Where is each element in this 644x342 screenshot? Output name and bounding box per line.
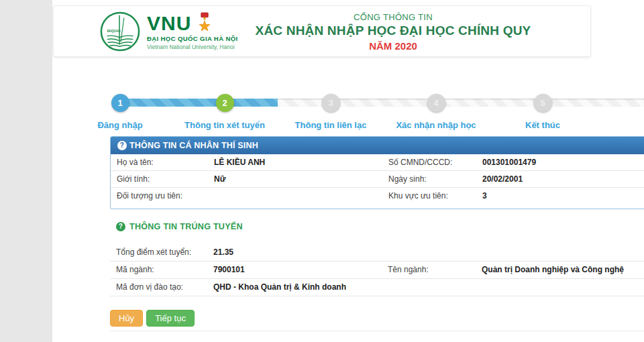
field-value: 20/02/2001 — [482, 174, 644, 184]
step-4-label: Xác nhận nhập học — [396, 120, 476, 130]
field-value: LÊ KIỀU ANH — [214, 158, 388, 167]
field-label — [388, 247, 482, 257]
personal-info-panel-header: ? THÔNG TIN CÁ NHÂN THÍ SINH — [111, 137, 644, 154]
personal-info-title: THÔNG TIN CÁ NHÂN THÍ SINH — [129, 141, 258, 150]
field-value: Quản trị Doanh nghiệp và Công nghệ — [482, 265, 639, 274]
admission-info-title: THÔNG TIN TRÚNG TUYỂN — [129, 222, 243, 231]
field-value: Nữ — [214, 174, 388, 184]
personal-info-panel: ? THÔNG TIN CÁ NHÂN THÍ SINH Họ và tên: … — [110, 136, 644, 209]
field-value: 001301001479 — [482, 158, 644, 167]
vnu-seal-icon: ĐHQGHN — [99, 11, 141, 52]
step-1-circle: 1 — [111, 94, 129, 112]
field-value: QHD - Khoa Quản trị & Kinh doanh — [213, 282, 351, 292]
table-row: Tổng điểm xét tuyển: 21.35 — [110, 244, 644, 262]
question-circle-icon: ? — [117, 141, 127, 150]
header-banner: ĐHQGHN VNU ĐẠI HỌC QUỐC GIA HÀ NỘI Vietn… — [53, 5, 591, 57]
field-label: Tổng điểm xét tuyển: — [116, 247, 213, 257]
progress-bar — [119, 99, 644, 107]
table-row: Đối tượng ưu tiên: Khu vực ưu tiên: 3 — [111, 187, 644, 204]
field-label — [388, 282, 482, 292]
field-label: Ngày sinh: — [388, 174, 482, 184]
admission-info-table: Tổng điểm xét tuyển: 21.35 Mã ngành: 790… — [110, 244, 644, 296]
field-value: 7900101 — [213, 265, 388, 274]
page-title: XÁC NHẬN NHẬP HỌC ĐẠI HỌC CHÍNH QUY — [255, 23, 531, 38]
field-value — [482, 282, 644, 292]
vnu-wordmark: VNU — [147, 13, 191, 34]
org-name-vi: ĐẠI HỌC QUỐC GIA HÀ NỘI — [147, 35, 238, 42]
seal-text: ĐHQGHN — [107, 30, 121, 33]
field-label: Tên ngành: — [388, 265, 482, 274]
cancel-button[interactable]: Hủy — [110, 310, 143, 327]
step-5-label: Kết thúc — [525, 120, 560, 130]
field-value: 3 — [482, 191, 644, 201]
step-3-circle: 3 — [322, 94, 340, 112]
admission-info-header: ? THÔNG TIN TRÚNG TUYỂN — [116, 222, 243, 231]
table-row: Giới tính: Nữ Ngày sinh: 20/02/2001 — [111, 170, 644, 187]
field-label: Khu vực ưu tiên: — [388, 191, 482, 201]
table-row: Họ và tên: LÊ KIỀU ANH Số CMND/CCCD: 001… — [111, 154, 644, 170]
field-label: Đối tượng ưu tiên: — [117, 191, 214, 201]
field-label: Họ và tên: — [117, 158, 214, 167]
portal-subtitle: CỔNG THÔNG TIN — [255, 12, 531, 22]
progress-bar-fill — [119, 99, 278, 107]
medal-star-icon — [197, 12, 213, 34]
step-5-circle: 5 — [534, 94, 552, 112]
table-row: Mã đơn vị đào tạo: QHD - Khoa Quản trị &… — [110, 279, 644, 296]
footer-divider — [110, 331, 644, 331]
step-3-label: Thông tin liên lạc — [295, 120, 367, 130]
field-value — [214, 191, 388, 201]
field-value — [482, 247, 644, 257]
step-4-circle: 4 — [427, 94, 445, 112]
continue-button[interactable]: Tiếp tục — [146, 310, 195, 327]
step-2-circle: 2 — [216, 94, 234, 112]
field-label: Giới tính: — [117, 174, 214, 184]
year-label: NĂM 2020 — [255, 40, 531, 52]
vnu-logo: ĐHQGHN VNU ĐẠI HỌC QUỐC GIA HÀ NỘI Vietn… — [99, 11, 238, 52]
field-label: Mã ngành: — [116, 265, 213, 274]
table-row: Mã ngành: 7900101 Tên ngành: Quản trị Do… — [110, 262, 644, 279]
field-label: Số CMND/CCCD: — [388, 158, 482, 167]
step-1-label: Đăng nhập — [97, 120, 142, 130]
field-value: 21.35 — [213, 247, 388, 257]
field-label: Mã đơn vị đào tạo: — [116, 282, 213, 292]
step-2-label: Thông tin xét tuyển — [184, 120, 265, 130]
question-circle-icon: ? — [116, 222, 125, 231]
org-name-en: Vietnam National University, Hanoi — [147, 44, 238, 50]
content-container: ĐHQGHN VNU ĐẠI HỌC QUỐC GIA HÀ NỘI Vietn… — [52, 0, 644, 342]
